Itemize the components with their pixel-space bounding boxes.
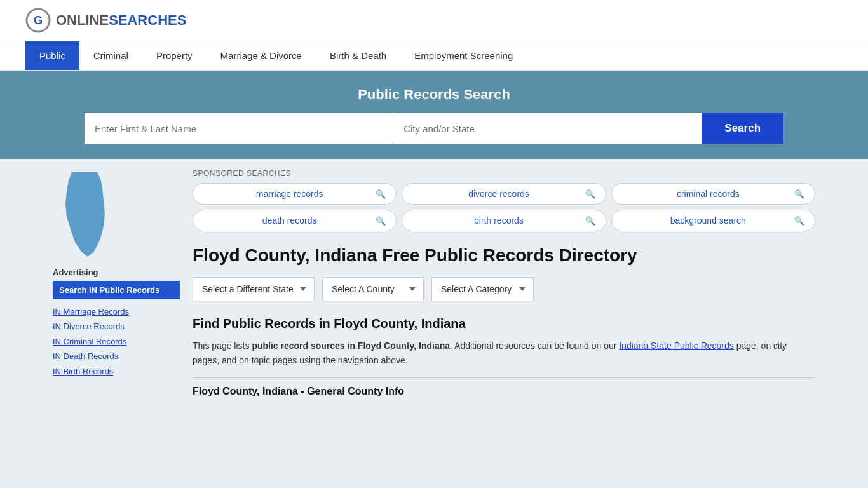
svg-text:G: G	[34, 14, 43, 27]
sidebar-link-death[interactable]: IN Death Records	[53, 349, 180, 363]
sponsored-item-criminal[interactable]: criminal records 🔍	[611, 183, 815, 205]
sidebar-link-divorce[interactable]: IN Divorce Records	[53, 319, 180, 334]
search-icon-criminal: 🔍	[794, 189, 804, 199]
logo: G ONLINESEARCHES	[25, 8, 186, 33]
search-icon-background: 🔍	[794, 216, 804, 226]
body-text-bold: public record sources in Floyd County, I…	[252, 341, 450, 351]
county-dropdown[interactable]: Select A County	[322, 277, 424, 301]
nav-public[interactable]: Public	[25, 41, 79, 70]
sponsored-link-divorce[interactable]: divorce records	[412, 189, 585, 199]
search-form: Search	[85, 113, 783, 144]
sponsored-grid: marriage records 🔍 divorce records 🔍 cri…	[193, 183, 815, 231]
category-dropdown[interactable]: Select A Category	[431, 277, 534, 301]
sidebar-link-birth[interactable]: IN Birth Records	[53, 364, 180, 379]
advertising-label: Advertising	[53, 268, 180, 277]
nav-employment[interactable]: Employment Screening	[400, 41, 527, 70]
main-nav: Public Criminal Property Marriage & Divo…	[0, 41, 868, 71]
body-text: This page lists public record sources in…	[193, 339, 815, 367]
sponsored-link-background[interactable]: background search	[622, 215, 794, 226]
search-icon-birth: 🔍	[585, 216, 595, 226]
search-icon-divorce: 🔍	[585, 189, 595, 199]
logo-searches: SEARCHES	[109, 12, 186, 28]
header: G ONLINESEARCHES	[0, 0, 868, 41]
body-text-1: This page lists	[193, 341, 252, 351]
sidebar-link-criminal[interactable]: IN Criminal Records	[53, 334, 180, 349]
search-banner: Public Records Search Search	[0, 71, 868, 159]
sponsored-link-death[interactable]: death records	[203, 215, 376, 226]
sponsored-item-birth[interactable]: birth records 🔍	[402, 210, 606, 231]
nav-criminal[interactable]: Criminal	[79, 41, 142, 70]
nav-birth-death[interactable]: Birth & Death	[316, 41, 400, 70]
sponsored-item-divorce[interactable]: divorce records 🔍	[402, 183, 606, 205]
sponsored-label: SPONSORED SEARCHES	[193, 169, 815, 178]
sponsored-item-marriage[interactable]: marriage records 🔍	[193, 183, 397, 205]
ad-button[interactable]: Search IN Public Records	[53, 281, 180, 299]
state-map	[53, 169, 180, 260]
logo-text: ONLINESEARCHES	[56, 12, 186, 29]
search-icon-marriage: 🔍	[376, 189, 386, 199]
dropdowns-row: Select a Different State Select A County…	[193, 277, 815, 301]
main-container: Advertising Search IN Public Records IN …	[40, 159, 828, 407]
sidebar-link-marriage[interactable]: IN Marriage Records	[53, 304, 180, 319]
search-button[interactable]: Search	[702, 113, 783, 144]
logo-icon: G	[25, 8, 51, 33]
logo-online: ONLINE	[56, 12, 109, 28]
sponsored-link-birth[interactable]: birth records	[412, 215, 585, 226]
find-heading: Find Public Records in Floyd County, Ind…	[193, 316, 815, 331]
nav-marriage-divorce[interactable]: Marriage & Divorce	[207, 41, 316, 70]
state-dropdown[interactable]: Select a Different State	[193, 277, 315, 301]
indiana-state-link[interactable]: Indiana State Public Records	[619, 341, 734, 351]
search-banner-title: Public Records Search	[25, 86, 843, 103]
body-text-2: . Additional resources can be found on o…	[450, 341, 619, 351]
search-icon-death: 🔍	[376, 216, 386, 226]
sidebar: Advertising Search IN Public Records IN …	[53, 169, 180, 397]
sponsored-item-background[interactable]: background search 🔍	[611, 210, 815, 231]
sponsored-item-death[interactable]: death records 🔍	[193, 210, 397, 231]
page-title: Floyd County, Indiana Free Public Record…	[193, 244, 815, 267]
sponsored-link-marriage[interactable]: marriage records	[203, 189, 376, 199]
sidebar-links: IN Marriage Records IN Divorce Records I…	[53, 304, 180, 379]
location-input[interactable]	[393, 113, 702, 144]
sponsored-link-criminal[interactable]: criminal records	[622, 189, 794, 199]
content-area: SPONSORED SEARCHES marriage records 🔍 di…	[193, 169, 815, 397]
name-input[interactable]	[85, 113, 393, 144]
nav-property[interactable]: Property	[142, 41, 207, 70]
bottom-section-heading: Floyd County, Indiana - General County I…	[193, 377, 815, 397]
